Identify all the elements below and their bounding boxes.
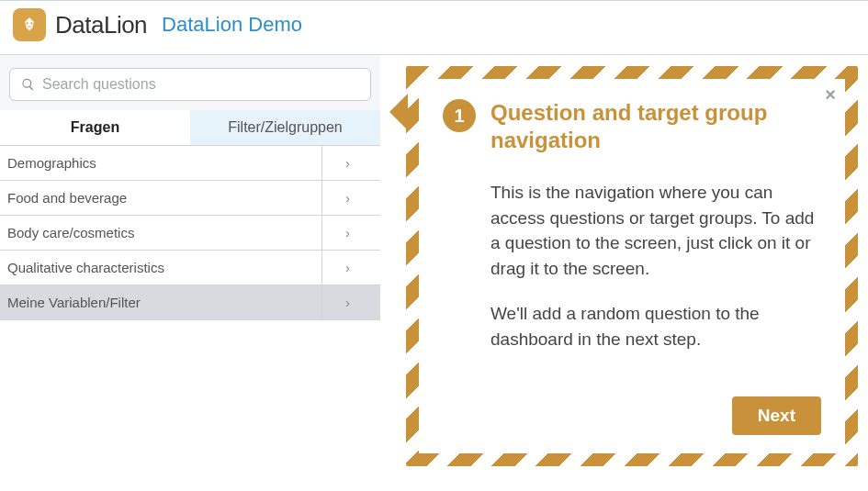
tab-filter-zielgruppen[interactable]: Filter/Zielgruppen <box>190 110 380 145</box>
tour-title: Question and target group navigation <box>490 99 821 154</box>
tour-body: This is the navigation where you can acc… <box>443 180 821 352</box>
step-number-badge: 1 <box>443 99 476 132</box>
search-box[interactable] <box>9 68 371 101</box>
close-icon[interactable]: × <box>825 84 836 106</box>
search-input[interactable] <box>42 76 359 93</box>
tour-arrow-left-icon <box>389 94 408 130</box>
lion-icon <box>17 13 41 37</box>
chevron-right-icon: › <box>321 181 373 215</box>
svg-point-2 <box>30 22 32 24</box>
chevron-right-icon: › <box>321 251 373 285</box>
category-item-meine-variablen[interactable]: Meine Variablen/Filter › <box>0 285 380 320</box>
category-label: Body care/cosmetics <box>7 225 134 240</box>
tab-fragen[interactable]: Fragen <box>0 110 190 145</box>
category-item-body-care[interactable]: Body care/cosmetics › <box>0 216 380 251</box>
search-icon <box>21 77 35 92</box>
next-button[interactable]: Next <box>732 396 821 435</box>
category-item-demographics[interactable]: Demographics › <box>0 146 380 181</box>
tour-paragraph: This is the navigation where you can acc… <box>490 180 821 281</box>
category-list: Demographics › Food and beverage › Body … <box>0 146 380 320</box>
category-label: Meine Variablen/Filter <box>7 295 141 310</box>
tour-paragraph: We'll add a random question to the dashb… <box>490 301 821 352</box>
brand-subtitle-link[interactable]: DataLion Demo <box>162 13 302 37</box>
tour-content: × 1 Question and target group navigation… <box>419 79 845 453</box>
brand-logo <box>13 8 46 41</box>
svg-point-1 <box>27 22 28 24</box>
sidebar: Fragen Filter/Zielgruppen Demographics ›… <box>0 55 380 320</box>
tour-popover: × 1 Question and target group navigation… <box>406 66 858 466</box>
chevron-right-icon: › <box>321 285 373 319</box>
chevron-right-icon: › <box>321 216 373 250</box>
category-label: Qualitative characteristics <box>7 260 164 275</box>
category-item-food[interactable]: Food and beverage › <box>0 181 380 216</box>
sidebar-tabs: Fragen Filter/Zielgruppen <box>0 110 380 146</box>
chevron-right-icon: › <box>321 146 373 180</box>
category-item-qualitative[interactable]: Qualitative characteristics › <box>0 251 380 285</box>
category-label: Demographics <box>7 155 96 171</box>
top-bar: DataLion DataLion Demo <box>0 0 868 55</box>
brand-name: DataLion <box>55 11 147 39</box>
category-label: Food and beverage <box>7 190 127 206</box>
